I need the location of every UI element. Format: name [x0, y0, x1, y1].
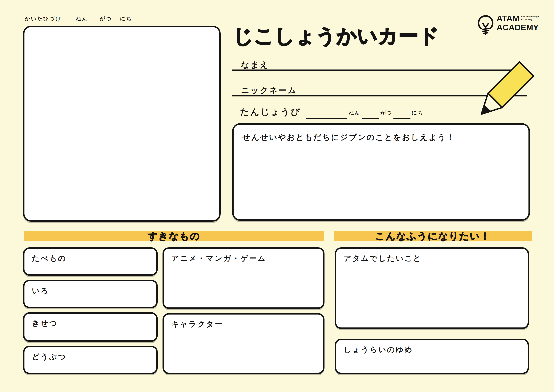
field-food-label: たべもの: [32, 253, 67, 263]
field-season[interactable]: きせつ: [23, 312, 158, 342]
message-text: せんせいやおともだちにジブンのことをおしえよう！: [242, 132, 455, 143]
pencil-icon: [470, 58, 537, 126]
aspirations-section-title: こんなふうになりたい！: [375, 230, 491, 243]
field-character[interactable]: キャラクター: [163, 313, 325, 374]
field-character-label: キャラクター: [171, 319, 223, 329]
logo-tagline: Aim Technology Art Money: [521, 15, 539, 21]
logo-name-2: ACADEMY: [497, 23, 539, 32]
date-unit-day: にち: [120, 15, 132, 22]
field-atam-goals[interactable]: アタムでしたいこと: [335, 247, 529, 329]
date-unit-year: ねん: [76, 15, 88, 22]
field-season-label: きせつ: [32, 318, 58, 328]
nickname-label: ニックネーム: [241, 85, 297, 96]
logo-name: ATAM: [497, 14, 519, 22]
field-future-dream[interactable]: しょうらいのゆめ: [335, 339, 529, 374]
lightbulb-yen-icon: [476, 14, 495, 36]
date-written-label: かいたひづけ: [25, 15, 62, 22]
birthday-label: たんじょうび: [240, 106, 301, 118]
favorites-section-header: すきなもの: [24, 231, 324, 241]
birthday-unit-day: にち: [411, 109, 423, 117]
field-future-dream-label: しょうらいのゆめ: [344, 345, 413, 355]
self-portrait-drawing-area[interactable]: [23, 26, 221, 222]
field-animal-label: どうぶつ: [32, 352, 67, 362]
field-anime-manga-game-label: アニメ・マンガ・ゲーム: [171, 253, 266, 263]
field-anime-manga-game[interactable]: アニメ・マンガ・ゲーム: [163, 247, 325, 309]
birthday-day-blank[interactable]: [394, 118, 410, 119]
birthday-month-blank[interactable]: [362, 118, 379, 119]
birthday-year-blank[interactable]: [306, 118, 347, 119]
page-title: じこしょうかいカード: [233, 23, 440, 49]
field-food[interactable]: たべもの: [23, 247, 158, 276]
self-introduction-message-box[interactable]: せんせいやおともだちにジブンのことをおしえよう！: [232, 123, 530, 221]
birthday-unit-year: ねん: [348, 109, 360, 117]
favorites-section-title: すきなもの: [148, 230, 200, 243]
name-label: なまえ: [241, 59, 269, 70]
birthday-unit-month: がつ: [380, 109, 392, 117]
field-animal[interactable]: どうぶつ: [23, 346, 158, 374]
atam-academy-logo: ATAM Aim Technology Art Money ACADEMY: [476, 14, 539, 36]
aspirations-section-header: こんなふうになりたい！: [334, 231, 532, 241]
field-color-label: いろ: [32, 286, 49, 296]
date-unit-month: がつ: [100, 15, 112, 22]
field-color[interactable]: いろ: [23, 280, 158, 308]
field-atam-goals-label: アタムでしたいこと: [344, 253, 422, 263]
